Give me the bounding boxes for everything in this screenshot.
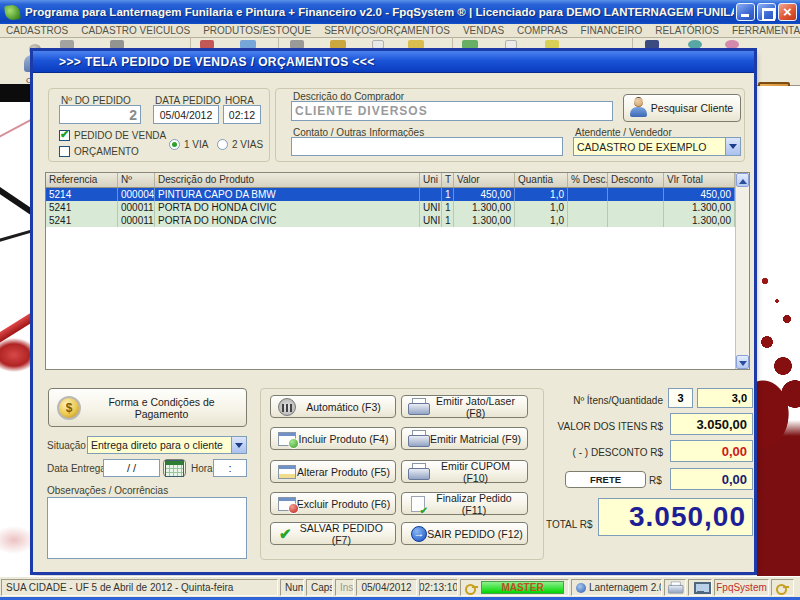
minimize-button[interactable] xyxy=(736,3,755,21)
automatic-button[interactable]: Automático (F3) xyxy=(270,395,396,418)
order-date-field[interactable] xyxy=(153,105,219,124)
status-print-panel[interactable] xyxy=(664,579,686,596)
status-keys-panel xyxy=(771,579,794,596)
total-label: TOTAL R$ xyxy=(546,519,596,530)
sale-order-checkbox[interactable]: PEDIDO DE VENDA xyxy=(59,130,166,141)
items-qty-label: Nº Ítens/Quantidade xyxy=(545,395,663,406)
finalize-order-button[interactable]: Finalizar Pedido (F11) xyxy=(401,492,528,515)
status-caps: Caps xyxy=(306,579,333,596)
freight-value: 0,00 xyxy=(670,468,753,490)
scrollbar[interactable] xyxy=(735,173,749,369)
menu-vendas[interactable]: VENDAS xyxy=(463,25,504,36)
status-location: SUA CIDADE - UF 5 de Abril de 2012 - Qui… xyxy=(1,579,278,596)
calendar-icon xyxy=(165,460,184,477)
notes-textarea[interactable] xyxy=(47,497,247,559)
printer-icon xyxy=(408,398,428,415)
edit-product-button[interactable]: Alterar Produto (F5) xyxy=(270,460,396,483)
menu-produtos-estoque[interactable]: PRODUTOS/ESTOQUE xyxy=(203,25,311,36)
printer-icon xyxy=(668,582,682,594)
edit-product-icon xyxy=(278,465,296,479)
coin-icon: $ xyxy=(57,396,81,420)
order-number-field[interactable] xyxy=(59,105,141,124)
check-icon: ✔ xyxy=(279,526,292,541)
payment-terms-button[interactable]: $ Forma e Condições de Pagamento xyxy=(48,388,247,427)
freight-currency-label: R$ xyxy=(649,475,665,486)
status-brand: FpqSystem xyxy=(714,579,769,596)
menu-ferramentas[interactable]: FERRAMENTAS xyxy=(732,25,800,36)
status-select[interactable]: Entrega direto para o cliente xyxy=(87,436,247,454)
two-copies-radio[interactable]: 2 VIAS xyxy=(217,139,263,150)
salesperson-select[interactable]: CADASTRO DE EXEMPLO xyxy=(573,137,741,156)
desktop-shadow xyxy=(0,84,30,102)
status-user-panel: MASTER xyxy=(460,579,569,596)
chevron-down-icon[interactable] xyxy=(725,138,740,155)
status-ins: Ins xyxy=(335,579,354,596)
delivery-time-field[interactable] xyxy=(213,459,247,477)
total-value: 3.050,00 xyxy=(598,498,753,536)
restore-button[interactable] xyxy=(757,3,776,21)
menu-servicos-orcamentos[interactable]: SERVIÇOS/ORÇAMENTOS xyxy=(324,25,450,36)
close-button[interactable] xyxy=(778,3,797,21)
items-value: 3.050,00 xyxy=(670,413,753,435)
checkbox-checked-icon xyxy=(59,130,70,141)
desktop-wallpaper-right xyxy=(757,86,800,576)
search-client-button[interactable]: Pesquisar Cliente xyxy=(623,94,741,122)
window-title: Programa para Lanternagem Funilaria e Pi… xyxy=(25,6,734,18)
dialog-titlebar: >>> TELA PEDIDO DE VENDAS / ORÇAMENTOS <… xyxy=(33,51,754,73)
add-product-button[interactable]: Incluir Produto (F4) xyxy=(270,427,396,450)
barcode-icon xyxy=(278,398,296,416)
toolbar-separator xyxy=(190,38,191,48)
scroll-down-button[interactable] xyxy=(736,355,749,369)
one-copy-radio[interactable]: 1 VIA xyxy=(169,139,208,150)
buyer-field[interactable] xyxy=(291,101,613,121)
freight-button[interactable]: FRETE xyxy=(565,471,646,488)
print-coupon-button[interactable]: Emitir CUPOM (F10) xyxy=(401,460,528,483)
menu-compras[interactable]: COMPRAS xyxy=(517,25,568,36)
notes-label: Observações / Ocorrências xyxy=(47,485,168,496)
desktop-wallpaper-left xyxy=(0,86,30,576)
status-network-panel[interactable] xyxy=(688,579,712,596)
table-row[interactable]: 5241000011 PORTA DO HONDA CIVICUNI 11.30… xyxy=(46,201,749,214)
items-count-value: 3 xyxy=(668,388,693,408)
delete-product-button[interactable]: Excluir Produto (F6) xyxy=(270,492,396,515)
grid-header: ReferenciaNº Descrição do ProdutoUni TVa… xyxy=(46,173,749,188)
toolbar-icon xyxy=(110,40,124,49)
menu-financeiro[interactable]: FINANCEIRO xyxy=(581,25,643,36)
contact-field[interactable] xyxy=(291,137,563,156)
chevron-down-icon[interactable] xyxy=(231,437,246,453)
toolbar-icon xyxy=(290,40,304,49)
print-matrix-button[interactable]: Emitir Matricial (F9) xyxy=(401,427,528,450)
print-laser-button[interactable]: Emitir Jato/Laser (F8) xyxy=(401,395,528,418)
quote-checkbox[interactable]: ORÇAMENTO xyxy=(59,146,139,157)
exit-arrow-icon: → xyxy=(411,526,427,542)
menu-relatorios[interactable]: RELATÓRIOS xyxy=(655,25,719,36)
scroll-up-button[interactable] xyxy=(736,173,749,187)
key-icon xyxy=(465,584,478,592)
toolbar-icon xyxy=(330,40,346,49)
toolbar-separator xyxy=(632,38,633,48)
status-label: Situação xyxy=(47,440,86,451)
add-product-icon xyxy=(278,432,296,446)
order-info-group: Nº DO PEDIDO DATA PEDIDO HORA PEDIDO DE … xyxy=(48,88,270,162)
save-order-button[interactable]: ✔ SALVAR PEDIDO (F7) xyxy=(270,522,396,545)
toolbar-icon xyxy=(688,40,702,49)
order-time-field[interactable] xyxy=(223,105,261,124)
status-bar: SUA CIDADE - UF 5 de Abril de 2012 - Qui… xyxy=(0,576,800,597)
radio-icon xyxy=(217,139,228,150)
status-app: Lanternagem 2.0 xyxy=(589,582,662,593)
radio-selected-icon xyxy=(169,139,180,150)
buyer-group: Descrição do Comprador Pesquisar Cliente… xyxy=(275,88,745,162)
toolbar-icon xyxy=(645,40,659,49)
toolbar-icon xyxy=(200,40,214,49)
exit-order-button[interactable]: → SAIR PEDIDO (F12) xyxy=(401,522,528,545)
menu-bar: CADASTROS CADASTRO VEICULOS PRODUTOS/EST… xyxy=(0,24,800,38)
sales-order-dialog: >>> TELA PEDIDO DE VENDAS / ORÇAMENTOS <… xyxy=(33,51,754,572)
delivery-date-field[interactable] xyxy=(103,459,160,477)
menu-cadastros[interactable]: CADASTROS xyxy=(6,25,68,36)
menu-cadastro-veiculos[interactable]: CADASTRO VEICULOS xyxy=(81,25,190,36)
table-row[interactable]: 5214000004 PINTURA CAPO DA BMW 1450,00 1… xyxy=(46,188,749,201)
status-app-panel: Lanternagem 2.0 xyxy=(571,579,662,596)
calendar-button[interactable] xyxy=(163,459,186,477)
table-row[interactable]: 5241000011 PORTA DO HONDA CIVICUNI 11.30… xyxy=(46,214,749,227)
items-value-label: VALOR DOS ITENS R$ xyxy=(545,421,663,432)
